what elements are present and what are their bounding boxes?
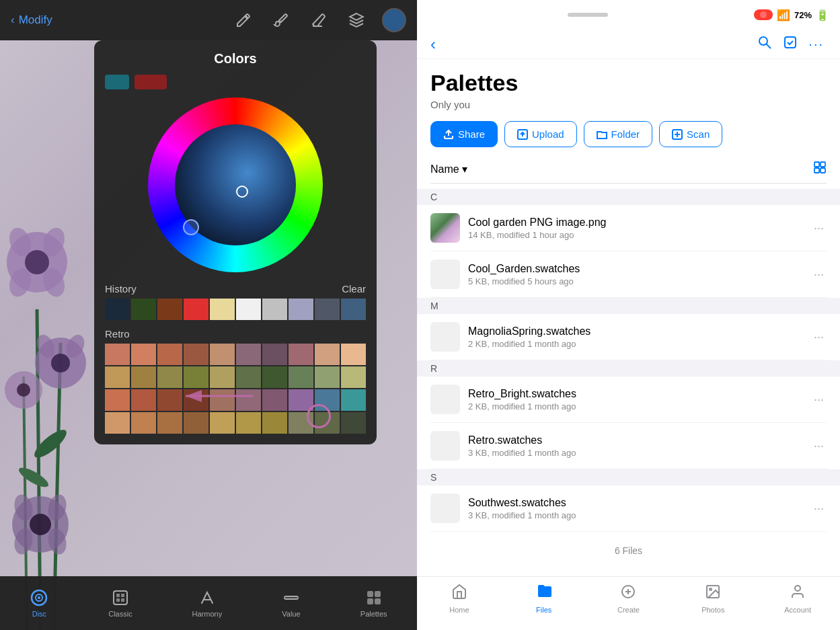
file-list-c: Cool garden PNG image.png 14 KB, modifie… <box>430 205 827 298</box>
search-button[interactable] <box>752 32 777 56</box>
retro-swatch-0[interactable] <box>105 344 130 365</box>
history-swatch-0[interactable] <box>105 299 130 320</box>
eraser-tool-button[interactable] <box>307 8 331 32</box>
history-swatch-7[interactable] <box>289 299 313 320</box>
color-picker-circle[interactable] <box>382 8 406 32</box>
more-button[interactable]: ··· <box>803 34 829 54</box>
file-more-1[interactable]: ··· <box>811 265 827 284</box>
color-panel: Colors History Clear <box>94 40 377 444</box>
history-swatch-6[interactable] <box>262 299 287 320</box>
nav-back-button[interactable]: ‹ <box>428 32 438 56</box>
retro-swatch-35[interactable] <box>236 412 261 434</box>
file-item-cool-garden-swatches[interactable]: Cool_Garden.swatches 5 KB, modified 5 ho… <box>430 251 827 298</box>
retro-swatch-1[interactable] <box>131 344 156 365</box>
tab-palettes[interactable]: Palettes <box>350 583 398 623</box>
layers-button[interactable] <box>344 8 369 32</box>
svg-rect-48 <box>820 168 825 173</box>
retro-swatch-11[interactable] <box>131 366 156 388</box>
svg-rect-47 <box>814 168 819 173</box>
sort-name-label: Name <box>430 163 459 175</box>
retro-swatch-9[interactable] <box>341 344 366 365</box>
tab-classic[interactable]: Classic <box>98 583 143 623</box>
files-icon <box>536 584 552 604</box>
file-meta-1: 5 KB, modified 5 hours ago <box>468 276 803 286</box>
folder-button[interactable]: Folder <box>584 121 653 147</box>
clear-history-button[interactable]: Clear <box>342 283 366 294</box>
select-button[interactable] <box>777 32 803 56</box>
file-item-southwest[interactable]: Southwest.swatches 3 KB, modified 1 mont… <box>430 485 827 532</box>
file-name-2: MagnoliaSpring.swatches <box>468 325 803 338</box>
retro-swatch-17[interactable] <box>289 366 313 388</box>
back-button[interactable]: ‹ Modify <box>11 13 52 27</box>
create-icon <box>620 584 636 604</box>
retro-swatch-31[interactable] <box>131 412 156 434</box>
history-swatch-9[interactable] <box>341 299 366 320</box>
history-swatch-5[interactable] <box>236 299 261 320</box>
hue-swatch-teal[interactable] <box>105 75 129 89</box>
brush-tool-button[interactable] <box>269 8 293 32</box>
disc-label: Disc <box>32 610 46 618</box>
retro-swatch-8[interactable] <box>315 344 340 365</box>
nav-item-home[interactable]: Home <box>417 584 502 614</box>
retro-swatch-10[interactable] <box>105 366 130 388</box>
tab-harmony[interactable]: Harmony <box>182 583 233 623</box>
section-header-s: S <box>417 469 840 485</box>
right-panel: 📶 72% 🔋 ‹ ··· Palettes Only you <box>417 0 840 630</box>
svg-rect-39 <box>375 598 381 604</box>
harmony-icon <box>198 588 217 607</box>
retro-swatch-21[interactable] <box>131 389 156 411</box>
upload-button[interactable]: Upload <box>504 121 577 147</box>
retro-swatch-5[interactable] <box>236 344 261 365</box>
scan-button[interactable]: Scan <box>659 121 722 147</box>
retro-swatch-33[interactable] <box>184 412 208 434</box>
battery-percent: 72% <box>794 10 812 20</box>
account-icon <box>790 584 806 604</box>
color-wheel[interactable] <box>148 97 323 272</box>
tab-value[interactable]: Value <box>271 583 311 623</box>
sort-button[interactable]: Name ▾ <box>430 163 467 175</box>
retro-swatch-29[interactable] <box>341 389 366 411</box>
retro-swatch-32[interactable] <box>157 412 182 434</box>
file-more-3[interactable]: ··· <box>811 390 827 409</box>
nav-item-account[interactable]: Account <box>755 584 840 614</box>
file-info-0: Cool garden PNG image.png 14 KB, modifie… <box>468 216 803 240</box>
file-item-cool-garden-png[interactable]: Cool garden PNG image.png 14 KB, modifie… <box>430 205 827 251</box>
retro-swatch-20[interactable] <box>105 389 130 411</box>
pencil-tool-button[interactable] <box>231 8 256 32</box>
file-item-retro-bright[interactable]: Retro_Bright.swatches 2 KB, modified 1 m… <box>430 377 827 423</box>
retro-swatch-19[interactable] <box>341 366 366 388</box>
wheel-edge-indicator <box>183 219 199 235</box>
file-item-retro[interactable]: Retro.swatches 3 KB, modified 1 month ag… <box>430 423 827 469</box>
file-more-0[interactable]: ··· <box>811 219 827 238</box>
retro-swatch-3[interactable] <box>184 344 208 365</box>
history-swatch-1[interactable] <box>131 299 156 320</box>
retro-swatch-2[interactable] <box>157 344 182 365</box>
history-swatch-8[interactable] <box>315 299 340 320</box>
grid-view-button[interactable] <box>813 161 827 178</box>
sort-row: Name ▾ <box>430 161 827 184</box>
retro-swatch-39[interactable] <box>341 412 366 434</box>
history-swatch-2[interactable] <box>157 299 182 320</box>
retro-swatch-6[interactable] <box>262 344 287 365</box>
svg-rect-42 <box>785 37 796 48</box>
file-more-5[interactable]: ··· <box>811 499 827 518</box>
history-swatch-3[interactable] <box>184 299 208 320</box>
retro-swatch-7[interactable] <box>289 344 313 365</box>
retro-swatch-30[interactable] <box>105 412 130 434</box>
file-item-magnolia[interactable]: MagnoliaSpring.swatches 2 KB, modified 1… <box>430 314 827 360</box>
retro-swatch-34[interactable] <box>210 412 235 434</box>
record-dot <box>760 11 767 18</box>
hue-swatch-red[interactable] <box>135 75 167 89</box>
retro-swatch-18[interactable] <box>315 366 340 388</box>
tab-disc[interactable]: Disc <box>19 583 59 623</box>
share-button[interactable]: Share <box>430 121 498 147</box>
home-icon <box>451 584 467 604</box>
retro-swatch-4[interactable] <box>210 344 235 365</box>
file-more-2[interactable]: ··· <box>811 327 827 347</box>
retro-swatch-36[interactable] <box>262 412 287 434</box>
history-swatch-4[interactable] <box>210 299 235 320</box>
nav-item-photos[interactable]: Photos <box>671 584 755 614</box>
nav-item-files[interactable]: Files <box>502 584 586 614</box>
nav-item-create[interactable]: Create <box>586 584 671 614</box>
file-more-4[interactable]: ··· <box>811 436 827 456</box>
